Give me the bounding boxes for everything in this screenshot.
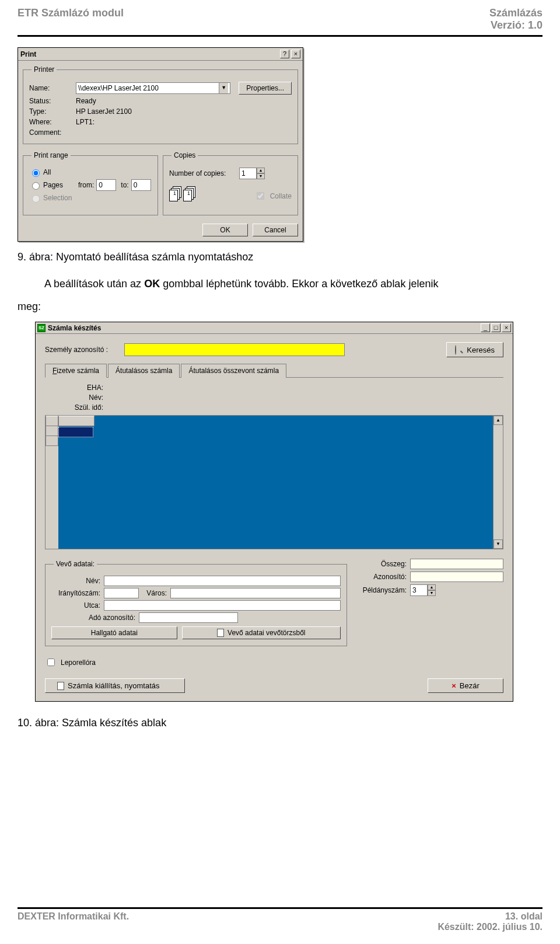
person-id-label: Személy azonosító : (45, 346, 121, 354)
doc-header: ETR Számlázó modul Számlázás Verzió: 1.0 (18, 7, 542, 37)
collate-label: Collate (270, 192, 292, 200)
print-invoice-button[interactable]: Számla kiállítás, nyomtatás (45, 678, 185, 693)
body-paragraph: A beállítások után az OK gombbal léphetü… (18, 276, 542, 292)
tab-paid-invoice[interactable]: Fizetve számla (45, 364, 107, 378)
ok-button[interactable]: OK (202, 224, 248, 236)
printer-group: Printer Name: \\dexex\HP LaserJet 2100 ▼… (23, 65, 298, 144)
doc-header-title: Számlázás (489, 7, 542, 19)
buyer-data-group: Vevő adatai: Név: Irányítószám: Város: U… (45, 560, 347, 646)
tab-transfer-combined-invoice[interactable]: Átutalásos összevont számla (181, 364, 286, 378)
range-selection-label: Selection (43, 194, 72, 202)
buyer-zip-input[interactable] (104, 588, 139, 598)
print-dialog-titlebar: Print ? × (18, 48, 303, 61)
grid-selected-cell[interactable] (58, 427, 93, 437)
buyer-from-db-button[interactable]: Vevő adatai vevőtörzsből (182, 626, 341, 639)
tab-transfer-invoice[interactable]: Átutalásos számla (108, 364, 180, 378)
copies-group: Copies Number of copies: ▲ ▼ 321 (163, 151, 298, 215)
doc-icon (57, 682, 64, 690)
minimize-button[interactable]: _ (481, 323, 490, 332)
scroll-down-icon[interactable]: ▼ (494, 539, 503, 549)
copies-input[interactable] (239, 168, 257, 179)
doc-footer-right: 13. oldal Készült: 2002. július 10. (438, 911, 542, 932)
figure-caption-1: 9. ábra: Nyomtató beállítása számla nyom… (18, 251, 542, 263)
invoice-window-title: Számla készítés (48, 324, 101, 332)
status-value: Ready (76, 97, 96, 105)
scroll-up-icon[interactable]: ▲ (494, 416, 503, 425)
type-label: Type: (29, 107, 76, 116)
type-value: HP LaserJet 2100 (76, 107, 132, 116)
buyer-street-input[interactable] (104, 600, 341, 611)
total-value (410, 559, 503, 569)
range-all-radio[interactable] (32, 169, 40, 177)
name-label: Név: (45, 393, 109, 402)
copies-spin-2[interactable]: ▲ ▼ (410, 584, 436, 596)
range-pages-radio[interactable] (32, 182, 40, 190)
items-grid[interactable]: ▲ ▼ (45, 415, 503, 549)
spin-down-icon[interactable]: ▼ (428, 590, 436, 596)
printer-name-combo[interactable]: \\dexex\HP LaserJet 2100 ▼ (76, 82, 230, 94)
copies-spin[interactable]: ▲ ▼ (239, 168, 265, 179)
buyer-taxid-input[interactable] (139, 612, 238, 623)
tab-bar: Fizetve számla Átutalásos számla Átutalá… (45, 363, 503, 378)
collate-stack-icon: 321 (183, 186, 195, 201)
maximize-button[interactable]: □ (491, 323, 501, 332)
leporello-checkbox[interactable] (47, 659, 55, 666)
range-pages-label: Pages (43, 181, 78, 189)
doc-icon (217, 629, 224, 637)
grid-row-headers (46, 416, 58, 549)
birthdate-label: Szül. idő: (45, 403, 109, 412)
invoice-window: SZ Számla készítés _ □ × Személy azonosí… (35, 322, 513, 702)
invoice-titlebar: SZ Számla készítés _ □ × (36, 322, 513, 334)
leporello-label: Leporellóra (61, 659, 96, 667)
print-invoice-label: Számla kiállítás, nyomtatás (68, 681, 160, 690)
body-text-1a: A beállítások után az (44, 278, 144, 290)
close-button[interactable]: × (502, 323, 511, 332)
close-icon: × (452, 681, 456, 690)
range-to-label: to: (121, 181, 128, 189)
summary-group: Összeg: Azonosító: Példányszám: ▲ (358, 556, 503, 650)
buyer-from-db-label: Vevő adatai vevőtörzsből (228, 629, 305, 637)
buyer-name-input[interactable] (104, 576, 341, 586)
where-value: LPT1: (76, 118, 94, 126)
spin-up-icon[interactable]: ▲ (428, 584, 436, 590)
cancel-button[interactable]: Cancel (253, 224, 298, 236)
range-from-input[interactable] (96, 179, 116, 191)
close-button-2[interactable]: × Bezár (428, 678, 503, 693)
student-info: EHA: Név: Szül. idő: (45, 384, 503, 412)
person-id-input[interactable] (124, 343, 345, 356)
doc-header-version: Verzió: 1.0 (489, 19, 542, 32)
where-label: Where: (29, 118, 76, 126)
body-text-bold: OK (144, 278, 160, 290)
copies-label: Number of copies: (169, 169, 239, 177)
range-to-input[interactable] (131, 179, 151, 191)
help-button[interactable]: ? (280, 50, 289, 58)
spin-up-icon[interactable]: ▲ (257, 168, 265, 173)
buyer-city-input[interactable] (170, 588, 341, 598)
identifier-value (410, 572, 503, 582)
search-button[interactable]: Keresés (446, 342, 503, 357)
properties-button[interactable]: Properties... (239, 82, 292, 95)
printer-name-value: \\dexex\HP LaserJet 2100 (78, 84, 159, 92)
print-dialog: Print ? × Printer Name: \\dexex\HP Laser… (18, 47, 303, 242)
search-button-label: Keresés (467, 346, 495, 354)
buyer-city-label: Város: (139, 589, 170, 597)
buyer-zip-label: Irányítószám: (51, 589, 104, 597)
grid-scrollbar[interactable]: ▲ ▼ (493, 416, 503, 549)
student-data-button[interactable]: Hallgató adatai (51, 626, 177, 639)
print-range-legend: Print range (32, 151, 71, 159)
copies-input-2[interactable] (410, 584, 428, 596)
doc-header-left: ETR Számlázó modul (18, 7, 124, 32)
printer-group-legend: Printer (32, 65, 57, 74)
tab1-rest: izetve számla (57, 367, 99, 375)
close-button-label: Bezár (460, 681, 480, 690)
body-text-1c: gombbal léphetünk tovább. Ekkor a követk… (160, 278, 438, 290)
collate-checkbox (257, 192, 264, 200)
close-button[interactable]: × (291, 50, 300, 58)
doc-footer-page: 13. oldal (438, 911, 542, 922)
collate-stack-icon: 321 (169, 186, 181, 201)
doc-footer-date: Készült: 2002. július 10. (438, 922, 542, 932)
doc-footer-left: DEXTER Informatikai Kft. (18, 911, 129, 932)
eha-label: EHA: (45, 384, 109, 392)
spin-down-icon[interactable]: ▼ (257, 173, 265, 179)
grid-column-headers (46, 416, 493, 427)
